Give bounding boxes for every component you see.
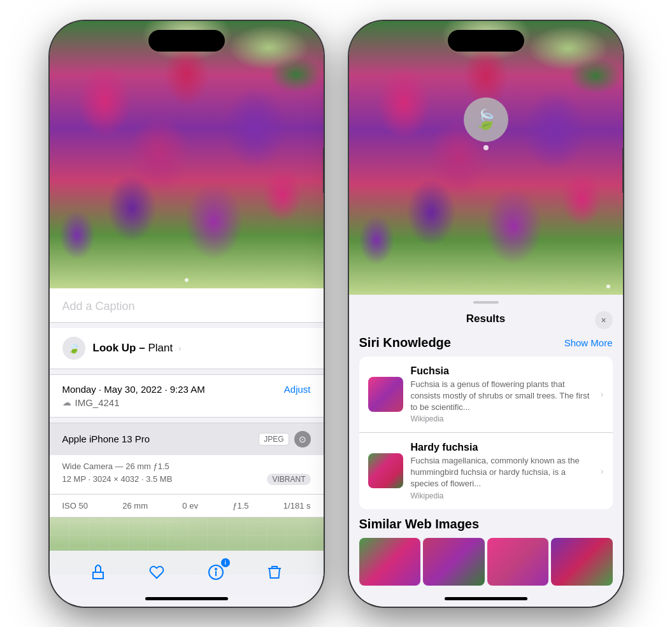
metadata-date-row: Monday · May 30, 2022 · 9:23 AM Adjust [62,384,311,395]
dynamic-island-left [148,30,225,52]
exif-shutter: 1/181 s [283,501,311,511]
photo-left[interactable] [50,21,324,288]
photo-dot-indicator [185,278,189,282]
hardy-fuchsia-source: Wikipedia [411,491,593,500]
resolution-row: 12 MP · 3024 × 4032 · 3.5 MB VIBRANT [62,474,311,485]
metadata-section: Monday · May 30, 2022 · 9:23 AM Adjust ☁… [50,374,324,418]
metadata-date: Monday · May 30, 2022 · 9:23 AM [62,384,205,395]
screen-left: Add a Caption 🍃 Look Up – Plant › Monday… [50,21,324,607]
flower-background-right [349,21,623,295]
flower-background [50,21,324,288]
format-badge: JPEG [259,433,289,446]
hardy-fuchsia-thumb-image [368,453,403,488]
delete-button[interactable] [261,558,289,586]
knowledge-item-hardy-fuchsia[interactable]: Hardy fuchsia Fuchsia magellanica, commo… [359,433,613,509]
exif-row: ISO 50 26 mm 0 ev ƒ1.5 1/181 s [50,494,324,517]
web-images-grid [359,538,613,586]
caption-area[interactable]: Add a Caption [50,288,324,323]
camera-section: Apple iPhone 13 Pro JPEG ⊙ Wide Camera —… [50,423,324,518]
fuchsia-thumbnail [368,377,403,412]
fuchsia-chevron-icon: › [601,389,604,399]
phone-right: 🍃 Results × Siri Knowledge Show More [349,21,623,607]
lookup-chevron-icon: › [178,343,182,353]
camera-model: Apple iPhone 13 Pro [62,433,150,444]
dynamic-island-right [448,30,524,52]
wide-camera: Wide Camera — 26 mm ƒ1.5 [62,461,311,471]
photo-right: 🍃 [349,21,623,295]
adjust-button[interactable]: Adjust [284,384,311,395]
camera-header: Apple iPhone 13 Pro JPEG ⊙ [50,423,324,455]
results-handle [473,301,499,304]
siri-knowledge-title: Siri Knowledge [359,335,451,350]
screen-right: 🍃 Results × Siri Knowledge Show More [349,21,623,607]
exif-focal: 26 mm [122,501,148,511]
siri-bubble: 🍃 [464,97,508,142]
siri-knowledge-header: Siri Knowledge Show More [359,335,613,350]
cloud-icon: ☁ [62,397,71,407]
web-image-2[interactable] [423,538,485,586]
home-indicator-left [145,597,228,600]
svg-point-2 [215,568,217,570]
knowledge-card: Fuchsia Fuchsia is a genus of flowering … [359,356,613,509]
phone-left: Add a Caption 🍃 Look Up – Plant › Monday… [50,21,324,607]
exif-aperture: ƒ1.5 [232,501,248,511]
siri-leaf-icon: 🍃 [474,108,497,130]
photo2-dot-indicator [606,285,610,288]
hardy-fuchsia-description: Fuchsia magellanica, commonly known as t… [411,455,593,490]
fuchsia-name: Fuchsia [411,365,593,377]
vibrant-badge: VIBRANT [267,474,310,485]
show-more-button[interactable]: Show More [564,337,613,348]
fuchsia-thumb-image [368,377,403,412]
results-body: Siri Knowledge Show More Fuchsia Fuchsia… [349,333,623,607]
lookup-row[interactable]: 🍃 Look Up – Plant › [50,328,324,369]
hardy-fuchsia-name: Hardy fuchsia [411,442,593,453]
close-icon: × [601,315,606,325]
hardy-fuchsia-thumbnail [368,453,403,488]
results-close-button[interactable]: × [595,311,613,329]
caption-placeholder: Add a Caption [62,300,135,313]
web-image-3[interactable] [487,538,549,586]
fuchsia-content: Fuchsia Fuchsia is a genus of flowering … [411,365,593,424]
results-header: Results × [349,307,623,333]
info-button[interactable]: i [202,558,230,586]
fuchsia-source: Wikipedia [411,414,593,423]
results-panel: Results × Siri Knowledge Show More [349,295,623,607]
fuchsia-description: Fuchsia is a genus of flowering plants t… [411,379,593,414]
home-indicator-right [445,597,527,600]
web-images-section: Similar Web Images [359,517,613,586]
hardy-fuchsia-content: Hardy fuchsia Fuchsia magellanica, commo… [411,442,593,500]
camera-badges: JPEG ⊙ [259,431,310,447]
results-title: Results [466,313,505,325]
metadata-filename: ☁ IMG_4241 [62,397,311,408]
web-image-1[interactable] [359,538,421,586]
knowledge-item-fuchsia[interactable]: Fuchsia Fuchsia is a genus of flowering … [359,356,613,433]
web-image-4[interactable] [551,538,613,586]
web-images-title: Similar Web Images [359,517,613,532]
exif-iso: ISO 50 [62,501,88,511]
siri-dot [483,145,489,150]
info-badge: i [221,558,230,567]
location-icon[interactable]: ⊙ [294,431,311,447]
hardy-fuchsia-chevron-icon: › [601,466,604,476]
exif-ev: 0 ev [182,501,198,511]
share-button[interactable] [84,558,112,586]
camera-details: Wide Camera — 26 mm ƒ1.5 12 MP · 3024 × … [50,455,324,494]
lookup-icon: 🍃 [62,337,85,360]
phone1-toolbar: i [50,551,324,594]
favorite-button[interactable] [143,558,171,586]
lookup-label: Look Up – Plant › [93,342,182,355]
